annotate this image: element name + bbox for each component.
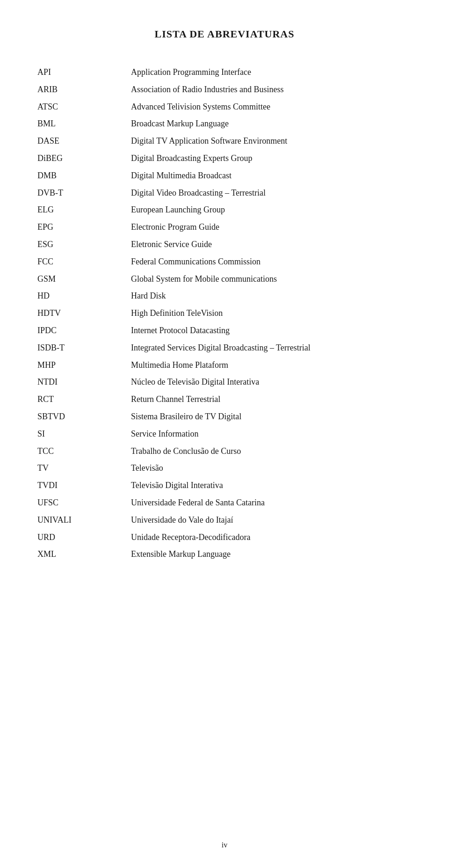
abbreviation-definition: Global System for Mobile communications bbox=[131, 270, 412, 288]
table-row: HDTVHigh Definition TeleVision bbox=[37, 305, 412, 322]
table-row: TVDITelevisão Digital Interativa bbox=[37, 477, 412, 494]
table-row: MHPMultimedia Home Plataform bbox=[37, 357, 412, 374]
abbreviation-term: TVDI bbox=[37, 477, 131, 494]
abbreviation-term: HD bbox=[37, 287, 131, 305]
abbreviation-definition: Electronic Program Guide bbox=[131, 219, 412, 236]
abbreviation-term: XML bbox=[37, 546, 131, 563]
table-row: FCCFederal Communications Commission bbox=[37, 253, 412, 270]
abbreviation-definition: Núcleo de Televisão Digital Interativa bbox=[131, 373, 412, 391]
abbreviation-term: IPDC bbox=[37, 322, 131, 339]
abbreviation-definition: Hard Disk bbox=[131, 287, 412, 305]
table-row: NTDINúcleo de Televisão Digital Interati… bbox=[37, 373, 412, 391]
abbreviation-term: URD bbox=[37, 529, 131, 546]
abbreviation-definition: Application Programming Interface bbox=[131, 64, 412, 81]
table-row: UFSCUniversidade Federal de Santa Catari… bbox=[37, 494, 412, 511]
table-row: APIApplication Programming Interface bbox=[37, 64, 412, 81]
abbreviation-definition: Unidade Receptora-Decodificadora bbox=[131, 529, 412, 546]
abbreviation-definition: Return Channel Terrestrial bbox=[131, 391, 412, 408]
abbreviation-term: HDTV bbox=[37, 305, 131, 322]
abbreviation-definition: Extensible Markup Language bbox=[131, 546, 412, 563]
abbreviation-definition: Internet Protocol Datacasting bbox=[131, 322, 412, 339]
abbreviation-term: TCC bbox=[37, 443, 131, 460]
table-row: RCTReturn Channel Terrestrial bbox=[37, 391, 412, 408]
table-row: DASEDigital TV Application Software Envi… bbox=[37, 132, 412, 150]
abbreviation-term: DASE bbox=[37, 132, 131, 150]
abbreviation-definition: European Launching Group bbox=[131, 201, 412, 219]
abbreviation-term: UNIVALI bbox=[37, 511, 131, 529]
abbreviation-term: ATSC bbox=[37, 98, 131, 116]
abbreviation-definition: Federal Communications Commission bbox=[131, 253, 412, 270]
abbreviation-definition: Digital TV Application Software Environm… bbox=[131, 132, 412, 150]
abbreviation-definition: High Definition TeleVision bbox=[131, 305, 412, 322]
abbreviation-term: DiBEG bbox=[37, 150, 131, 167]
abbreviation-definition: Televisão bbox=[131, 460, 412, 477]
abbreviation-term: API bbox=[37, 64, 131, 81]
abbreviation-term: MHP bbox=[37, 357, 131, 374]
abbreviation-definition: Broadcast Markup Language bbox=[131, 115, 412, 132]
abbreviation-definition: Universidade do Vale do Itajaí bbox=[131, 511, 412, 529]
abbreviation-definition: Digital Video Broadcasting – Terrestrial bbox=[131, 184, 412, 202]
table-row: DMBDigital Multimedia Broadcast bbox=[37, 167, 412, 184]
abbreviation-term: RCT bbox=[37, 391, 131, 408]
abbreviation-term: NTDI bbox=[37, 373, 131, 391]
abbreviation-definition: Advanced Telivision Systems Committee bbox=[131, 98, 412, 116]
table-row: UNIVALIUniversidade do Vale do Itajaí bbox=[37, 511, 412, 529]
abbreviation-definition: Universidade Federal de Santa Catarina bbox=[131, 494, 412, 511]
table-row: ELGEuropean Launching Group bbox=[37, 201, 412, 219]
table-row: TCCTrabalho de Conclusão de Curso bbox=[37, 443, 412, 460]
table-row: ESGEletronic Service Guide bbox=[37, 236, 412, 253]
table-row: GSMGlobal System for Mobile communicatio… bbox=[37, 270, 412, 288]
table-row: SBTVDSistema Brasileiro de TV Digital bbox=[37, 408, 412, 425]
abbreviation-term: SBTVD bbox=[37, 408, 131, 425]
abbreviation-term: SI bbox=[37, 425, 131, 443]
abbreviation-definition: Trabalho de Conclusão de Curso bbox=[131, 443, 412, 460]
abbreviation-term: BML bbox=[37, 115, 131, 132]
table-row: ARIBAssociation of Radio Industries and … bbox=[37, 81, 412, 98]
abbreviation-term: EPG bbox=[37, 219, 131, 236]
table-row: BMLBroadcast Markup Language bbox=[37, 115, 412, 132]
page-title: LISTA DE ABREVIATURAS bbox=[37, 28, 412, 40]
table-row: SIService Information bbox=[37, 425, 412, 443]
abbreviation-term: TV bbox=[37, 460, 131, 477]
table-row: XMLExtensible Markup Language bbox=[37, 546, 412, 563]
table-row: DiBEGDigital Broadcasting Experts Group bbox=[37, 150, 412, 167]
abbreviation-term: FCC bbox=[37, 253, 131, 270]
abbreviation-definition: Multimedia Home Plataform bbox=[131, 357, 412, 374]
table-row: EPGElectronic Program Guide bbox=[37, 219, 412, 236]
abbreviation-term: DMB bbox=[37, 167, 131, 184]
table-row: ATSCAdvanced Telivision Systems Committe… bbox=[37, 98, 412, 116]
table-row: HDHard Disk bbox=[37, 287, 412, 305]
abbreviation-term: GSM bbox=[37, 270, 131, 288]
abbreviations-table: APIApplication Programming InterfaceARIB… bbox=[37, 64, 412, 563]
abbreviation-definition: Digital Multimedia Broadcast bbox=[131, 167, 412, 184]
abbreviation-term: ESG bbox=[37, 236, 131, 253]
abbreviation-definition: Sistema Brasileiro de TV Digital bbox=[131, 408, 412, 425]
page-number: iv bbox=[222, 841, 227, 849]
abbreviation-definition: Televisão Digital Interativa bbox=[131, 477, 412, 494]
abbreviation-definition: Service Information bbox=[131, 425, 412, 443]
table-row: DVB-TDigital Video Broadcasting – Terres… bbox=[37, 184, 412, 202]
abbreviation-term: DVB-T bbox=[37, 184, 131, 202]
abbreviation-definition: Association of Radio Industries and Busi… bbox=[131, 81, 412, 98]
table-row: IPDCInternet Protocol Datacasting bbox=[37, 322, 412, 339]
abbreviation-term: UFSC bbox=[37, 494, 131, 511]
abbreviation-term: ISDB-T bbox=[37, 339, 131, 357]
abbreviation-definition: Integrated Services Digital Broadcasting… bbox=[131, 339, 412, 357]
abbreviation-term: ELG bbox=[37, 201, 131, 219]
page-container: LISTA DE ABREVIATURAS APIApplication Pro… bbox=[0, 0, 449, 868]
table-row: URDUnidade Receptora-Decodificadora bbox=[37, 529, 412, 546]
table-row: TVTelevisão bbox=[37, 460, 412, 477]
abbreviation-definition: Digital Broadcasting Experts Group bbox=[131, 150, 412, 167]
table-row: ISDB-TIntegrated Services Digital Broadc… bbox=[37, 339, 412, 357]
abbreviation-definition: Eletronic Service Guide bbox=[131, 236, 412, 253]
abbreviation-term: ARIB bbox=[37, 81, 131, 98]
